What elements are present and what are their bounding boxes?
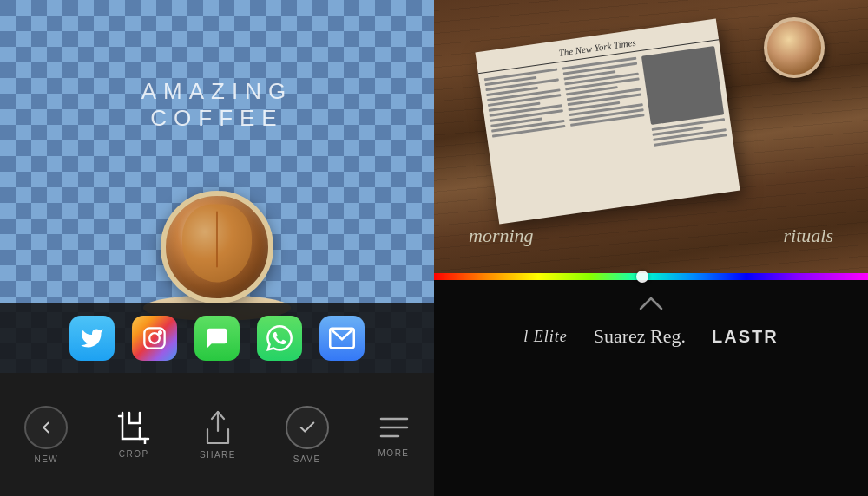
- photo-text-line1: AMAZING: [141, 78, 293, 104]
- svg-point-1: [149, 333, 160, 343]
- font-option-lastr[interactable]: LASTR: [712, 327, 779, 347]
- svg-point-2: [159, 331, 161, 334]
- crop-icon: [117, 411, 150, 444]
- font-picker: l Elite Suarez Reg. LASTR: [434, 280, 868, 496]
- new-button[interactable]: NEW: [24, 406, 68, 464]
- photo-overlay-text: AMAZING COFFEE: [0, 78, 434, 132]
- check-icon: [298, 418, 317, 437]
- back-circle[interactable]: [24, 406, 68, 449]
- left-panel: AMAZING COFFEE: [0, 0, 434, 496]
- photo-text-morning: morning: [469, 225, 534, 247]
- bottom-toolbar: NEW CROP SHARE: [0, 373, 434, 496]
- newspaper-col-3: [641, 46, 728, 149]
- app-icons-bar: [0, 303, 434, 373]
- more-label: MORE: [378, 448, 410, 458]
- more-button[interactable]: MORE: [378, 412, 410, 458]
- share-label: SHARE: [200, 450, 236, 460]
- new-label: NEW: [34, 454, 58, 464]
- font-option-elite[interactable]: l Elite: [523, 328, 568, 346]
- more-icon: [379, 412, 409, 443]
- share-icon: [204, 410, 232, 445]
- photo-text-line2: COFFEE: [150, 105, 283, 131]
- newspaper: The New York Times: [475, 18, 740, 224]
- save-button[interactable]: SAVE: [286, 406, 329, 464]
- share-button[interactable]: SHARE: [200, 410, 236, 460]
- crop-label: CROP: [119, 449, 149, 459]
- color-strip[interactable]: [434, 273, 868, 280]
- messages-icon[interactable]: [194, 316, 240, 361]
- newspaper-col-2: [562, 57, 649, 160]
- color-strip-dot: [636, 271, 648, 283]
- coffee-mug: [161, 191, 273, 303]
- app-container: AMAZING COFFEE: [0, 0, 868, 496]
- twitter-icon[interactable]: [69, 316, 115, 361]
- font-options: l Elite Suarez Reg. LASTR: [434, 325, 868, 348]
- small-coffee-cup: [764, 17, 825, 78]
- mail-icon[interactable]: [319, 316, 365, 361]
- crop-button[interactable]: CROP: [117, 411, 150, 459]
- save-label: SAVE: [293, 454, 321, 464]
- instagram-icon[interactable]: [132, 316, 177, 361]
- photo-text-overlay: morning rituals: [434, 225, 868, 247]
- newspaper-col-1: [484, 68, 571, 171]
- photo-text-rituals: rituals: [784, 225, 833, 247]
- save-circle[interactable]: [286, 406, 329, 449]
- whatsapp-icon[interactable]: [257, 316, 302, 361]
- coffee-cup: [143, 173, 291, 321]
- font-option-suarez[interactable]: Suarez Reg.: [594, 325, 686, 348]
- right-panel: The New York Times: [434, 0, 868, 496]
- latte-art: [182, 205, 252, 283]
- chevron-up-icon[interactable]: [639, 296, 663, 313]
- right-photo: The New York Times: [434, 0, 868, 273]
